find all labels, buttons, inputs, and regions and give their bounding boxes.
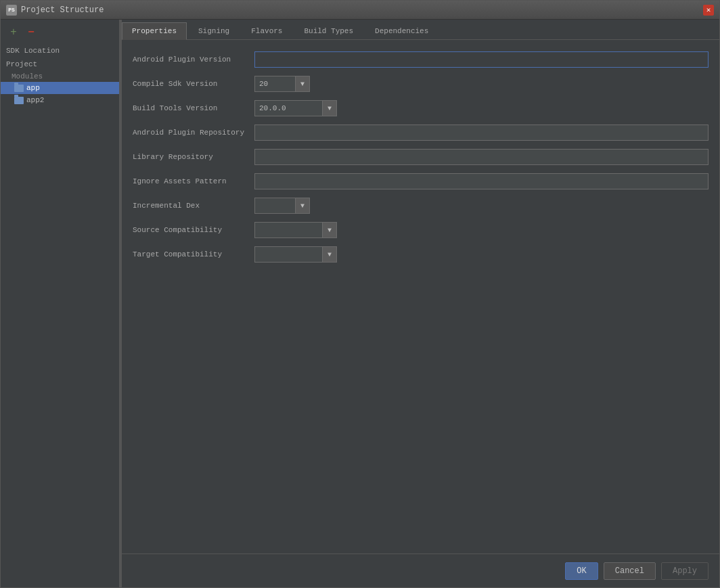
incremental-dex-row: Incremental Dex ▼ (133, 197, 708, 214)
target-compatibility-value (254, 246, 322, 263)
compile-sdk-version-row: Compile Sdk Version 20 ▼ (133, 75, 708, 93)
build-tools-version-label: Build Tools Version (133, 104, 254, 112)
incremental-dex-dropdown-button[interactable]: ▼ (295, 198, 310, 214)
source-compatibility-value (254, 222, 322, 238)
sidebar-item-app2[interactable]: app2 (1, 94, 119, 106)
source-compatibility-row: Source Compatibility ▼ (133, 221, 708, 239)
project-structure-window: PS Project Structure ✕ + − SDK Location … (0, 0, 720, 588)
sidebar-item-app2-label: app2 (26, 96, 44, 104)
cancel-button[interactable]: Cancel (604, 562, 656, 580)
ignore-assets-pattern-input[interactable] (254, 173, 708, 189)
sidebar-toolbar: + − (1, 20, 119, 44)
target-compatibility-label: Target Compatibility (133, 250, 254, 258)
close-button[interactable]: ✕ (703, 5, 714, 16)
sidebar-item-app-label: app (26, 84, 40, 92)
folder-icon-app (14, 85, 24, 92)
incremental-dex-label: Incremental Dex (133, 202, 254, 210)
tab-flavors[interactable]: Flavors (241, 22, 292, 39)
main-content: + − SDK Location Project Modules app app… (1, 20, 719, 587)
android-plugin-version-row: Android Plugin Version (133, 51, 708, 68)
source-compatibility-select-container: ▼ (254, 222, 337, 238)
compile-sdk-version-value: 20 (254, 76, 295, 92)
source-compatibility-label: Source Compatibility (133, 226, 254, 234)
library-repository-row: Library Repository (133, 148, 708, 166)
ok-button[interactable]: OK (565, 562, 598, 580)
target-compatibility-dropdown-button[interactable]: ▼ (322, 246, 337, 263)
window-title: Project Structure (21, 5, 703, 15)
title-bar: PS Project Structure ✕ (1, 1, 719, 20)
tab-signing[interactable]: Signing (188, 22, 240, 39)
ignore-assets-pattern-row: Ignore Assets Pattern (133, 173, 708, 190)
android-plugin-version-label: Android Plugin Version (133, 55, 254, 64)
apply-button[interactable]: Apply (661, 562, 708, 580)
android-plugin-version-input[interactable] (254, 51, 708, 68)
remove-module-button[interactable]: − (24, 24, 39, 39)
folder-icon-app2 (14, 97, 24, 104)
build-tools-version-select-container: 20.0.0 ▼ (254, 100, 337, 116)
tab-dependencies[interactable]: Dependencies (365, 22, 438, 39)
library-repository-label: Library Repository (133, 153, 254, 161)
build-tools-version-value: 20.0.0 (254, 100, 322, 116)
target-compatibility-select-container: ▼ (254, 246, 337, 263)
android-plugin-repository-label: Android Plugin Repository (133, 129, 254, 137)
compile-sdk-version-dropdown-button[interactable]: ▼ (295, 76, 310, 92)
tab-properties[interactable]: Properties (122, 22, 187, 40)
bottom-bar: OK Cancel Apply (122, 553, 719, 587)
properties-panel: Android Plugin Version Compile Sdk Versi… (122, 40, 719, 553)
build-tools-version-dropdown-button[interactable]: ▼ (322, 100, 337, 116)
sidebar-item-sdk-location[interactable]: SDK Location (1, 44, 119, 58)
ignore-assets-pattern-label: Ignore Assets Pattern (133, 177, 254, 185)
right-panel: Properties Signing Flavors Build Types D… (122, 20, 719, 587)
target-compatibility-row: Target Compatibility ▼ (133, 246, 708, 263)
add-module-button[interactable]: + (6, 24, 21, 39)
sidebar-item-project[interactable]: Project (1, 58, 119, 71)
library-repository-input[interactable] (254, 149, 708, 165)
android-plugin-repository-input[interactable] (254, 125, 708, 141)
build-tools-version-row: Build Tools Version 20.0.0 ▼ (133, 99, 708, 117)
source-compatibility-dropdown-button[interactable]: ▼ (322, 222, 337, 238)
incremental-dex-value (254, 198, 295, 214)
compile-sdk-version-select-container: 20 ▼ (254, 76, 310, 92)
compile-sdk-version-label: Compile Sdk Version (133, 80, 254, 88)
tabs-bar: Properties Signing Flavors Build Types D… (122, 20, 719, 40)
sidebar: + − SDK Location Project Modules app app… (1, 20, 119, 587)
window-icon: PS (6, 5, 17, 16)
incremental-dex-select-container: ▼ (254, 198, 310, 214)
sidebar-modules-label: Modules (1, 71, 119, 82)
tab-build-types[interactable]: Build Types (294, 22, 363, 39)
sidebar-item-app[interactable]: app (1, 82, 119, 94)
android-plugin-repository-row: Android Plugin Repository (133, 124, 708, 141)
